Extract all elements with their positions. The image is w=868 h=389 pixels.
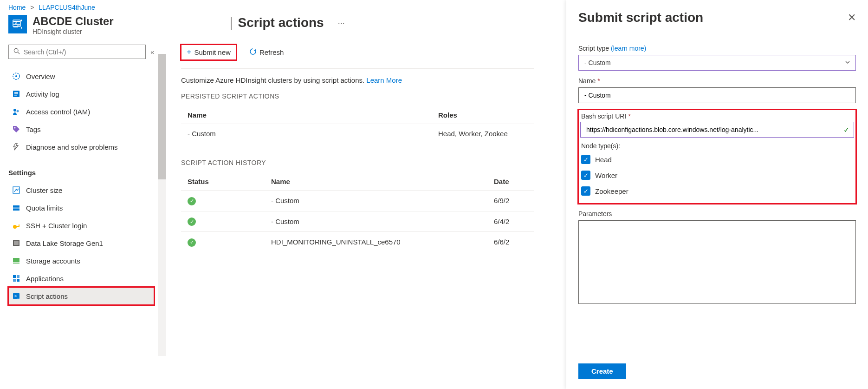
cell-name: - Custom	[188, 130, 438, 138]
search-input[interactable]	[24, 48, 141, 56]
sidebar-item-applications[interactable]: Applications	[8, 270, 154, 287]
svg-rect-24	[13, 263, 19, 264]
sidebar-settings-title: Settings	[8, 164, 154, 181]
create-button[interactable]: Create	[578, 363, 626, 379]
storage-icon	[12, 257, 20, 265]
cell-status: ✓	[188, 196, 271, 205]
col-header-name: Name	[188, 111, 438, 119]
cell-name: HDI_MONITORING_UNINSTALL_ce6570	[271, 238, 494, 246]
cell-roles: Head, Worker, Zookee	[438, 130, 527, 138]
svg-point-11	[17, 110, 19, 112]
checkbox-label: Zookeeper	[595, 187, 628, 195]
overview-icon	[12, 72, 20, 80]
svg-point-2	[14, 48, 18, 53]
sidebar-item-label: Activity log	[26, 90, 59, 98]
sidebar-item-activity-log[interactable]: Activity log	[8, 85, 154, 103]
learn-more-link[interactable]: (learn more)	[611, 45, 646, 52]
svg-rect-27	[13, 279, 16, 282]
parameters-input[interactable]	[578, 220, 856, 304]
name-input[interactable]	[578, 87, 856, 103]
cell-date: 6/6/2	[494, 238, 527, 246]
refresh-button[interactable]: Refresh	[244, 45, 290, 59]
sidebar-item-script-actions[interactable]: >_Script actions	[8, 287, 154, 305]
close-icon[interactable]: ✕	[848, 12, 856, 24]
sidebar-item-storage-accounts[interactable]: Storage accounts	[8, 252, 154, 270]
history-section-label: SCRIPT ACTION HISTORY	[181, 155, 534, 173]
svg-rect-28	[17, 279, 19, 282]
cell-name: - Custom	[271, 197, 494, 204]
iam-icon	[12, 107, 20, 116]
checkbox-label: Worker	[595, 171, 617, 179]
svg-text:>_: >_	[14, 20, 20, 26]
more-menu-icon[interactable]: ···	[338, 18, 345, 28]
sidebar-item-label: Storage accounts	[26, 257, 80, 265]
svg-rect-9	[14, 95, 17, 96]
svg-rect-7	[14, 92, 18, 93]
script-type-label: Script type (learn more)	[578, 45, 856, 52]
success-icon: ✓	[188, 238, 196, 247]
diagnose-icon	[12, 143, 20, 151]
svg-rect-22	[13, 258, 19, 260]
svg-point-10	[13, 109, 16, 112]
sidebar-item-access-control-iam-[interactable]: Access control (IAM)	[8, 103, 154, 120]
search-box[interactable]	[8, 45, 146, 59]
collapse-sidebar-icon[interactable]: «	[150, 48, 154, 56]
sidebar-scrollbar[interactable]	[158, 54, 166, 356]
bash-uri-input[interactable]	[580, 122, 854, 138]
sidebar-item-overview[interactable]: Overview	[8, 67, 154, 85]
cluster-name: ABCDE Cluster	[32, 15, 114, 28]
node-check-zookeeper[interactable]: ✓Zookeeper	[580, 183, 854, 199]
sidebar: « OverviewActivity logAccess control (IA…	[0, 45, 162, 313]
parameters-label: Parameters	[578, 210, 856, 218]
svg-rect-16	[13, 209, 19, 211]
table-row[interactable]: ✓- Custom6/9/2	[181, 190, 534, 211]
svg-line-3	[18, 52, 19, 54]
breadcrumb-sep: >	[30, 4, 34, 11]
sidebar-item-ssh-cluster-login[interactable]: SSH + Cluster login	[8, 217, 154, 234]
submit-new-button[interactable]: + Submit new	[181, 45, 236, 60]
apps-icon	[12, 274, 20, 283]
script-type-select[interactable]: - Custom	[578, 55, 856, 71]
sidebar-item-label: Diagnose and solve problems	[26, 143, 118, 151]
sidebar-item-label: Tags	[26, 125, 41, 133]
sidebar-item-cluster-size[interactable]: Cluster size	[8, 181, 154, 199]
name-label: Name *	[578, 77, 856, 85]
log-icon	[12, 90, 20, 98]
sidebar-item-label: Access control (IAM)	[26, 108, 90, 116]
sidebar-item-quota-limits[interactable]: Quota limits	[8, 199, 154, 217]
page-title: Script actions	[238, 15, 324, 30]
breadcrumb-home[interactable]: Home	[8, 4, 26, 11]
node-check-worker[interactable]: ✓Worker	[580, 167, 854, 183]
svg-rect-26	[17, 275, 19, 278]
sidebar-item-diagnose-and-solve-problems[interactable]: Diagnose and solve problems	[8, 138, 154, 156]
svg-point-5	[15, 75, 17, 77]
sidebar-item-data-lake-storage-gen1[interactable]: Data Lake Storage Gen1	[8, 234, 154, 252]
panel-title: Submit script action	[578, 10, 703, 25]
cell-status: ✓	[188, 237, 271, 247]
cell-name: - Custom	[271, 218, 494, 225]
sidebar-item-label: Cluster size	[26, 186, 62, 194]
table-row[interactable]: ✓HDI_MONITORING_UNINSTALL_ce65706/6/2	[181, 231, 534, 252]
node-types-label: Node type(s):	[580, 142, 854, 150]
table-row[interactable]: ✓- Custom6/4/2	[181, 211, 534, 232]
node-check-head[interactable]: ✓Head	[580, 152, 854, 167]
breadcrumb-cluster[interactable]: LLAPCLUS4thJune	[39, 4, 95, 11]
svg-rect-25	[13, 275, 16, 278]
refresh-label: Refresh	[259, 48, 284, 56]
check-icon: ✓	[843, 125, 849, 134]
col-header-status: Status	[188, 178, 271, 185]
plus-icon: +	[187, 47, 192, 57]
table-row[interactable]: - CustomHead, Worker, Zookee	[181, 124, 534, 143]
cell-date: 6/9/2	[494, 197, 527, 204]
sidebar-item-label: Overview	[26, 73, 55, 80]
checkbox-icon: ✓	[581, 155, 590, 164]
learn-more-link[interactable]: Learn More	[366, 76, 402, 84]
scrollbar-thumb[interactable]	[158, 54, 166, 179]
cell-status: ✓	[188, 217, 271, 226]
col-header-roles: Roles	[438, 111, 527, 119]
success-icon: ✓	[188, 218, 196, 226]
cluster-type: HDInsight cluster	[32, 28, 114, 35]
persisted-section-label: PERSISTED SCRIPT ACTIONS	[181, 89, 534, 106]
sidebar-item-tags[interactable]: Tags	[8, 120, 154, 138]
sidebar-item-label: Applications	[26, 275, 64, 283]
